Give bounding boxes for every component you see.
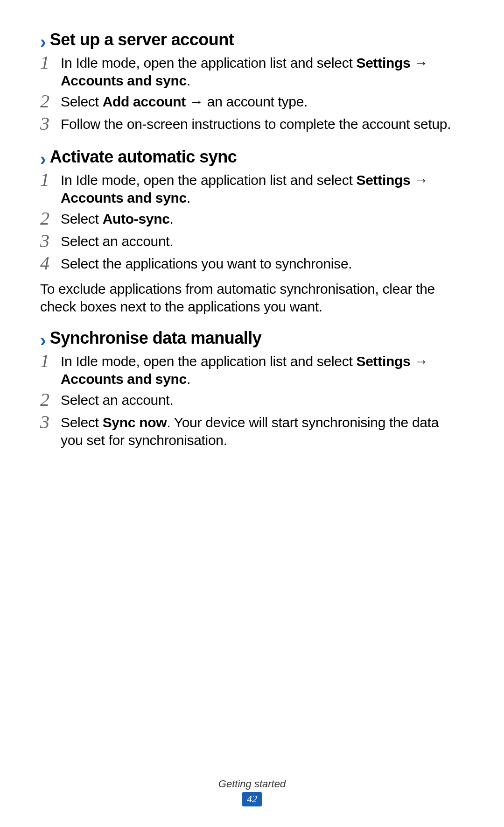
step-number: 4 xyxy=(40,254,61,273)
step-item: 2 Select an account. xyxy=(40,391,464,410)
step-text: Select an account. xyxy=(61,391,173,409)
step-number: 1 xyxy=(40,352,61,370)
step-text: Follow the on-screen instructions to com… xyxy=(61,115,451,133)
step-number: 3 xyxy=(40,114,61,133)
step-number: 2 xyxy=(40,92,61,111)
section-title: Activate automatic sync xyxy=(50,147,237,167)
manual-page: › Set up a server account 1 In Idle mode… xyxy=(0,0,504,827)
step-item: 1 In Idle mode, open the application lis… xyxy=(40,171,464,206)
step-item: 1 In Idle mode, open the application lis… xyxy=(40,54,464,89)
chevron-icon: › xyxy=(40,332,46,349)
footer-page-number: 42 xyxy=(242,792,262,806)
section-title: Synchronise data manually xyxy=(50,328,262,348)
step-item: 2 Select Auto-sync. xyxy=(40,210,464,229)
footer-section-label: Getting started xyxy=(0,778,504,790)
step-item: 3 Follow the on-screen instructions to c… xyxy=(40,115,464,134)
step-text: Select an account. xyxy=(61,233,173,250)
section-title: Set up a server account xyxy=(50,30,234,49)
step-list: 1 In Idle mode, open the application lis… xyxy=(40,54,464,134)
page-footer: Getting started 42 xyxy=(0,778,504,806)
step-item: 2 Select Add account → an account type. xyxy=(40,93,464,112)
step-text: Select the applications you want to sync… xyxy=(61,255,352,273)
step-number: 3 xyxy=(40,232,61,250)
step-item: 1 In Idle mode, open the application lis… xyxy=(40,353,464,388)
chevron-icon: › xyxy=(40,150,46,168)
step-number: 2 xyxy=(40,390,61,409)
section-note: To exclude applications from automatic s… xyxy=(40,280,464,315)
step-text: In Idle mode, open the application list … xyxy=(61,54,464,89)
step-number: 1 xyxy=(40,170,61,189)
step-number: 3 xyxy=(40,413,61,431)
step-text: Select Auto-sync. xyxy=(61,210,174,228)
step-list: 1 In Idle mode, open the application lis… xyxy=(40,171,464,274)
chevron-icon: › xyxy=(40,33,46,51)
step-text: Select Sync now. Your device will start … xyxy=(61,414,464,449)
section-heading: › Activate automatic sync xyxy=(40,147,464,167)
step-text: In Idle mode, open the application list … xyxy=(61,353,464,388)
step-text: In Idle mode, open the application list … xyxy=(61,171,464,206)
section-heading: › Synchronise data manually xyxy=(40,328,464,348)
step-item: 4 Select the applications you want to sy… xyxy=(40,255,464,274)
step-text: Select Add account → an account type. xyxy=(61,93,308,111)
step-item: 3 Select an account. xyxy=(40,233,464,251)
section-synchronise-data-manually: › Synchronise data manually 1 In Idle mo… xyxy=(40,328,464,449)
step-number: 2 xyxy=(40,209,61,228)
step-item: 3 Select Sync now. Your device will star… xyxy=(40,414,464,449)
section-set-up-server-account: › Set up a server account 1 In Idle mode… xyxy=(40,30,464,134)
section-activate-automatic-sync: › Activate automatic sync 1 In Idle mode… xyxy=(40,147,464,315)
step-number: 1 xyxy=(40,53,61,72)
step-list: 1 In Idle mode, open the application lis… xyxy=(40,353,464,449)
section-heading: › Set up a server account xyxy=(40,30,464,49)
